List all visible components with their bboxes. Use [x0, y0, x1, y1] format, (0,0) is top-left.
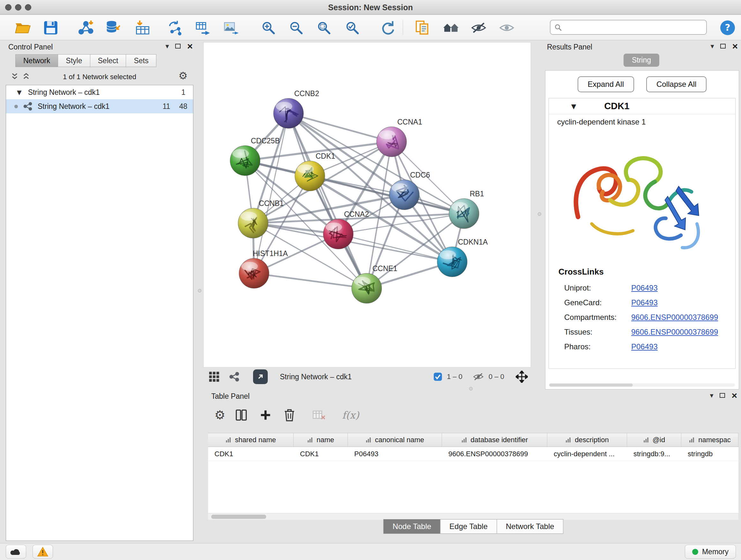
tab-network-table[interactable]: Network Table [496, 519, 563, 534]
export-image-button[interactable] [222, 19, 240, 37]
column-header[interactable]: @id [627, 433, 681, 447]
clone-network-button[interactable] [166, 19, 185, 37]
collapse-triangle-icon[interactable]: ▼ [571, 103, 576, 110]
sort-icon [461, 437, 468, 443]
panel-float-icon[interactable] [720, 44, 726, 49]
tab-sets[interactable]: Sets [126, 54, 156, 67]
table-horizontal-scrollbar[interactable] [208, 513, 738, 520]
first-neighbors-button[interactable] [442, 19, 460, 37]
network-graph[interactable]: CCNB2CCNA1CDC25BCDK1CDC6RB1CCNB1CCNA2CDK… [204, 43, 531, 367]
zoom-in-button[interactable] [259, 19, 277, 37]
import-network-file-button[interactable] [77, 19, 94, 37]
results-horizontal-scrollbar[interactable] [549, 383, 735, 387]
network-node-ccnb2[interactable]: CCNB2 [273, 89, 319, 128]
panel-close-icon[interactable]: × [731, 392, 737, 399]
node-label: CCNA2 [344, 210, 369, 219]
network-node-hist1h1a[interactable]: HIST1H1A [239, 249, 288, 288]
expand-all-button[interactable]: Expand All [578, 76, 634, 92]
zoom-selected-button[interactable] [343, 19, 361, 37]
network-node-rb1[interactable]: RB1 [449, 190, 484, 229]
app-status-bar: Memory [0, 543, 741, 560]
network-options-gear-icon[interactable]: ⚙ [179, 70, 188, 82]
import-network-database-button[interactable] [104, 19, 122, 37]
network-node-ccna1[interactable]: CCNA1 [377, 118, 422, 157]
hidden-eye-slash-icon[interactable] [473, 372, 484, 382]
panel-float-icon[interactable] [720, 393, 725, 398]
create-column-button[interactable] [259, 409, 272, 422]
column-header[interactable]: shared name [208, 433, 293, 447]
crosslink-value[interactable]: 9606.ENSP00000378699 [631, 327, 718, 336]
network-canvas[interactable]: CCNB2CCNA1CDC25BCDK1CDC6RB1CCNB1CCNA2CDK… [203, 42, 531, 368]
warning-icon [37, 547, 49, 557]
node-label: CCNE1 [373, 264, 397, 273]
table-options-gear-icon[interactable]: ⚙ [214, 408, 225, 422]
right-splitter-handle[interactable] [538, 212, 541, 216]
network-view-icon[interactable] [229, 371, 240, 382]
crosslink-value[interactable]: P06493 [631, 342, 658, 351]
panel-close-icon[interactable]: × [732, 43, 738, 50]
panel-menu-icon[interactable]: ▾ [711, 42, 714, 50]
collapse-all-button[interactable]: Collapse All [646, 76, 706, 92]
save-session-button[interactable] [42, 19, 60, 37]
help-icon: ? [720, 20, 736, 36]
column-header[interactable]: description [547, 433, 627, 447]
column-header[interactable]: canonical name [348, 433, 442, 447]
collapse-triangle-icon[interactable]: ▼ [17, 89, 22, 96]
table-cell: stringdb:9... [627, 447, 681, 461]
hide-selected-button[interactable] [470, 19, 488, 37]
delete-column-button[interactable] [283, 408, 295, 422]
import-table-file-button[interactable] [134, 19, 151, 37]
column-header[interactable]: database identifier [442, 433, 547, 447]
move-crosshair-icon[interactable] [516, 371, 528, 383]
tab-style[interactable]: Style [58, 54, 90, 67]
show-all-button[interactable] [498, 19, 516, 37]
network-edge[interactable] [254, 273, 367, 288]
table-cell: cyclin-dependent ... [547, 447, 627, 461]
table-row[interactable]: CDK1CDK1P064939606.ENSP00000378699cyclin… [208, 447, 738, 461]
detach-view-button[interactable] [253, 369, 268, 384]
save-icon [44, 20, 58, 35]
delete-table-button-disabled [312, 409, 326, 422]
cloud-icon [10, 547, 22, 557]
tab-network[interactable]: Network [15, 54, 58, 67]
grid-view-icon[interactable] [208, 371, 220, 382]
node-table: shared namenamecanonical namedatabase id… [208, 433, 738, 520]
tab-select[interactable]: Select [90, 54, 126, 67]
zoom-selected-icon [345, 20, 360, 36]
network-node-cdkn1a[interactable]: CDKN1A [437, 238, 488, 277]
tab-node-table[interactable]: Node Table [383, 519, 441, 534]
zoom-out-button[interactable] [287, 19, 305, 37]
crosslink-label: Tissues: [564, 327, 627, 336]
column-header[interactable]: namespac [681, 433, 738, 447]
crosslink-value[interactable]: P06493 [631, 298, 658, 307]
warnings-button[interactable] [32, 545, 53, 559]
panel-menu-icon[interactable]: ▾ [165, 42, 169, 50]
memory-button[interactable]: Memory [685, 545, 736, 559]
show-columns-button[interactable] [235, 409, 248, 422]
memory-status-dot [692, 549, 698, 555]
panel-close-icon[interactable]: × [187, 43, 193, 50]
network-node-cdk1[interactable]: CDK1 [295, 152, 335, 191]
protein-section-header[interactable]: ▼ CDK1 [549, 98, 735, 114]
function-builder-button[interactable]: f(x) [342, 409, 359, 421]
network-collection-row[interactable]: ▼ String Network – cdk1 1 [6, 85, 193, 99]
search-input[interactable] [565, 23, 702, 32]
crosslink-value[interactable]: P06493 [631, 284, 658, 293]
left-splitter-handle[interactable] [198, 289, 201, 293]
copy-style-button[interactable] [413, 19, 431, 37]
panel-menu-icon[interactable]: ▾ [710, 391, 713, 399]
selected-checkbox-icon[interactable] [433, 372, 442, 381]
cloud-services-button[interactable] [6, 545, 26, 559]
string-tab-badge[interactable]: String [623, 54, 659, 67]
export-table-button[interactable] [194, 19, 212, 37]
column-header[interactable]: name [293, 433, 348, 447]
apply-layout-button[interactable] [379, 19, 396, 37]
open-session-button[interactable] [14, 19, 32, 37]
network-row-selected[interactable]: String Network – cdk1 11 48 [6, 99, 193, 113]
panel-float-icon[interactable] [175, 44, 181, 49]
crosslink-value[interactable]: 9606.ENSP00000378699 [631, 313, 718, 322]
search-box[interactable] [550, 20, 707, 35]
tab-edge-table[interactable]: Edge Table [440, 519, 497, 534]
help-button[interactable]: ? [719, 19, 737, 37]
zoom-fit-button[interactable] [315, 19, 333, 37]
